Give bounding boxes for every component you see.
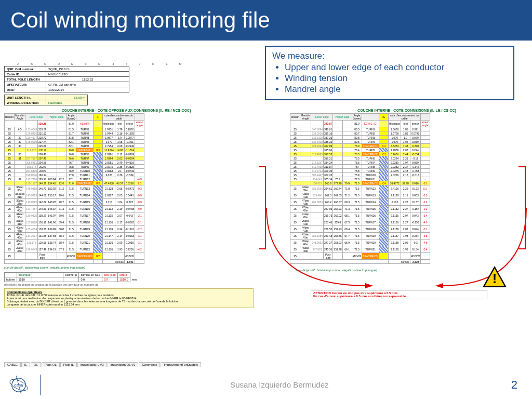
unit-table: UNIT LENGTH IL66.00 m WINDING DIRECTIONF… <box>4 95 88 105</box>
label: UNIT LENGTH IL <box>5 95 46 100</box>
comment-line: Longueur de la couche INNER coté mandrin… <box>7 303 251 306</box>
value: 66.00 m <box>46 95 88 100</box>
label: WINDING DIRECTION <box>5 100 46 105</box>
sheet-tab[interactable]: crownfdata IL V3 <box>77 362 107 367</box>
sheet-tab[interactable]: CABLE <box>4 362 21 367</box>
section-header-right: COUCHE INTERNE - COTE CONNEXIONS (IL-LE … <box>290 109 524 112</box>
callout-heading: We measure: <box>272 51 507 61</box>
sheet-tab[interactable]: Plots OL <box>42 362 60 367</box>
value: 1510.0 <box>117 277 130 282</box>
bottom-summary: théorique estimé(1) cumulé en cour post-… <box>4 272 528 286</box>
attention-box: ATTENTION l'erreur ne doit pas etre supé… <box>311 290 487 299</box>
label: Cable ID: <box>5 72 46 77</box>
callout-list: Upper and lower edge of each conductor W… <box>285 62 507 95</box>
value: SQXF_1510 Cu <box>46 66 129 72</box>
comments-block: Commentaires opérateurs TOTAL POLE LENGT… <box>4 288 254 308</box>
measure-callout: We measure: Upper and lower edge of each… <box>265 46 514 100</box>
sheet-tab[interactable]: Comments <box>139 362 160 367</box>
callout-item: Mandrel angle <box>285 84 507 95</box>
value: 1510 <box>17 277 32 282</box>
cern-logo-icon: CERN <box>4 370 33 399</box>
left-data-panel: tensionMandrin AngleLower edgeHigher edg… <box>4 113 248 264</box>
label: post-cure <box>102 273 118 277</box>
label: OPERATEUR: <box>5 82 46 87</box>
label: erreur <box>117 273 130 277</box>
sheet-tab[interactable]: Plots IL <box>60 362 77 367</box>
page-number: 2 <box>511 378 517 392</box>
value: 13/03/2014 <box>46 87 129 92</box>
label: QXF: Coil number: <box>5 66 46 72</box>
sheet-tab[interactable]: crownfdata OL V3 <box>108 362 139 367</box>
warning-icon: ! <box>482 266 507 288</box>
value: 1112.52 <box>46 77 129 82</box>
sheet-tab[interactable]: ImprovementForSaddels <box>161 362 201 367</box>
callout-item: Upper and lower edge of each conductor <box>285 62 507 73</box>
label: cumulé en cour <box>79 273 102 277</box>
author-name: Susana Izquierdo Bermudez <box>48 380 511 389</box>
svg-text:CERN: CERN <box>14 383 23 387</box>
callout-item: Winding tension <box>285 73 507 84</box>
spreadsheet-preview: ABCDEFGHIJKLM QXF: Coil number:SQXF_1510… <box>4 62 528 351</box>
unit: mm <box>130 277 138 282</box>
value: CF,PB, JM part time <box>46 82 129 87</box>
footer: CERN Susana Izquierdo Bermudez 2 <box>0 370 532 399</box>
sheet-tabs: CABLEILOLPlots OLPlots ILcrownfdata IL V… <box>4 362 201 367</box>
sheet-tab[interactable]: IL <box>21 362 30 367</box>
label: estimé(1) <box>63 273 79 277</box>
label: Date: <box>5 87 46 92</box>
depart-note: (0) estimé au départ en fonction de la p… <box>4 283 528 286</box>
section-header-left: COUCHE INTERNE - COTE OPPOSE AUX CONNEXI… <box>4 109 248 112</box>
red-bracket-left <box>259 166 266 249</box>
label: TOTAL POLE LENGTH <box>5 77 46 82</box>
value <box>63 277 79 282</box>
header-info-table: QXF: Coil number:SQXF_1510 Cu Cable ID:H… <box>4 66 129 92</box>
value: 0.0 <box>79 277 102 282</box>
cumul-note-right: cumulé (positif : bobine trop courte , n… <box>296 269 377 272</box>
title-text: Coil winding monitoring file <box>10 8 270 33</box>
value: 0.0 <box>102 277 118 282</box>
value: Favorable <box>46 100 88 105</box>
right-data-panel: tensionMandrin AngleLower edgeHigher edg… <box>290 113 524 264</box>
attention-line: En cas d'erreur supérieure a 0.5 mm en r… <box>313 295 485 298</box>
cumul-note: cumulé (positif : bobine trop courte , n… <box>4 266 528 269</box>
page-title: Coil winding monitoring file <box>0 0 532 41</box>
red-bracket-right <box>518 166 526 249</box>
label: théorique <box>17 273 32 277</box>
value: H16UC0121D <box>46 72 129 77</box>
svg-text:!: ! <box>493 271 497 286</box>
footer-divider <box>40 375 41 395</box>
sheet-tab[interactable]: OL <box>31 362 41 367</box>
label: bobine <box>5 277 17 282</box>
